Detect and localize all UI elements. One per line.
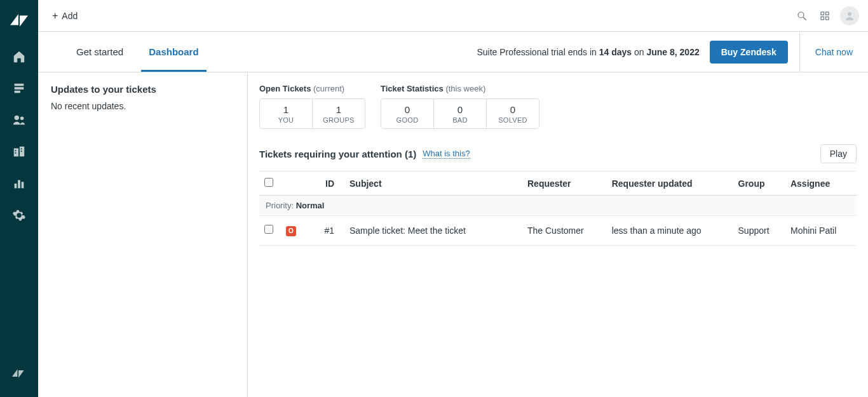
header-requester[interactable]: Requester [522, 172, 607, 196]
ticket-statistics-group: Ticket Statistics (this week) 0 GOOD 0 B… [381, 84, 539, 129]
stat-label: BAD [452, 116, 468, 124]
svg-line-19 [803, 17, 806, 20]
svg-point-6 [20, 117, 24, 121]
trial-prefix: Suite Professional trial ends in [477, 47, 599, 57]
nav-admin-icon[interactable] [0, 199, 38, 231]
stat-solved[interactable]: 0 SOLVED [486, 98, 539, 129]
select-all-checkbox[interactable] [264, 178, 273, 187]
tab-dashboard[interactable]: Dashboard [149, 32, 198, 72]
play-button[interactable]: Play [820, 144, 857, 163]
header-id[interactable]: ID [306, 172, 344, 196]
cell-subject: Sample ticket: Meet the ticket [344, 216, 522, 246]
stat-groups[interactable]: 1 GROUPS [312, 98, 365, 129]
header-subject[interactable]: Subject [344, 172, 522, 196]
svg-rect-2 [15, 84, 24, 86]
topbar: + Add [38, 0, 868, 32]
stats-label-strong: Ticket Statistics [381, 84, 444, 93]
tabs: Get started Dashboard [76, 32, 199, 72]
stat-value: 0 [405, 104, 410, 115]
stats-label-suffix: (this week) [445, 84, 485, 93]
zendesk-logo-icon[interactable] [10, 11, 28, 29]
dashboard-panel: Open Tickets (current) 1 YOU 1 GROUPS [248, 72, 868, 397]
table-header-row: ID Subject Requester Requester updated G… [259, 172, 857, 196]
nav-views-icon[interactable] [0, 72, 38, 104]
open-tickets-label: Open Tickets (current) [259, 84, 365, 93]
svg-rect-22 [821, 17, 824, 20]
stat-label: SOLVED [498, 116, 527, 124]
header-assignee[interactable]: Assignee [785, 172, 857, 196]
stats-label-strong: Open Tickets [259, 84, 311, 93]
svg-marker-1 [20, 15, 28, 26]
stat-value: 0 [458, 104, 463, 115]
ticket-stats-boxes: 0 GOOD 0 BAD 0 SOLVED [381, 98, 539, 129]
svg-rect-9 [15, 150, 17, 151]
cell-id: #1 [306, 216, 344, 246]
header-group[interactable]: Group [733, 172, 785, 196]
svg-marker-0 [10, 14, 18, 25]
svg-rect-8 [20, 147, 24, 157]
trial-mid: on [632, 47, 646, 57]
stat-label: YOU [278, 116, 294, 124]
svg-rect-11 [21, 149, 22, 150]
stat-good[interactable]: 0 GOOD [381, 98, 434, 129]
user-avatar[interactable] [840, 6, 859, 25]
svg-rect-14 [18, 180, 20, 189]
svg-marker-16 [12, 369, 17, 377]
stats-label-suffix: (current) [313, 84, 344, 93]
svg-rect-13 [15, 184, 17, 188]
trial-date: June 8, 2022 [646, 47, 699, 57]
svg-rect-23 [826, 17, 829, 20]
tab-label: Get started [76, 46, 123, 57]
svg-rect-12 [21, 151, 22, 152]
cell-assignee: Mohini Patil [785, 216, 857, 246]
open-tickets-group: Open Tickets (current) 1 YOU 1 GROUPS [259, 84, 365, 129]
add-button[interactable]: + Add [47, 7, 83, 25]
table-row[interactable]: O #1 Sample ticket: Meet the ticket The … [259, 216, 857, 246]
stats-row: Open Tickets (current) 1 YOU 1 GROUPS [259, 84, 857, 129]
chat-now-link[interactable]: Chat now [799, 32, 868, 72]
nav-reporting-icon[interactable] [0, 168, 38, 199]
svg-rect-10 [15, 152, 17, 154]
main-column: + Add Get started Dashboard Suite Profes… [38, 0, 868, 397]
cell-group: Support [733, 216, 785, 246]
plus-icon: + [52, 11, 58, 21]
header-status [281, 172, 306, 196]
row-checkbox[interactable] [264, 225, 273, 234]
stat-value: 1 [336, 104, 341, 115]
stat-label: GROUPS [323, 116, 354, 124]
stat-bad[interactable]: 0 BAD [433, 98, 487, 129]
stat-label: GOOD [397, 116, 419, 124]
apps-grid-icon[interactable] [813, 4, 836, 27]
nav-zendesk-products-icon[interactable] [0, 358, 38, 389]
svg-rect-15 [22, 182, 24, 188]
svg-rect-3 [15, 87, 24, 90]
updates-empty-text: No recent updates. [51, 101, 234, 111]
svg-point-18 [798, 12, 804, 18]
updates-title: Updates to your tickets [51, 84, 234, 95]
attention-title: Tickets requiring your attention (1) [259, 149, 416, 159]
svg-rect-21 [826, 12, 829, 15]
what-is-this-link[interactable]: What is this? [423, 149, 470, 159]
priority-row: Priority: Normal [259, 196, 857, 216]
buy-zendesk-button[interactable]: Buy Zendesk [710, 41, 788, 64]
left-nav [0, 0, 38, 397]
stat-you[interactable]: 1 YOU [259, 98, 313, 129]
svg-rect-4 [15, 91, 20, 93]
nav-home-icon[interactable] [0, 41, 38, 72]
priority-value: Normal [296, 201, 325, 210]
cell-requester: The Customer [522, 216, 607, 246]
attention-row: Tickets requiring your attention (1) Wha… [259, 144, 857, 163]
stat-value: 1 [283, 104, 288, 115]
status-badge: O [286, 226, 296, 236]
header-requester-updated[interactable]: Requester updated [607, 172, 733, 196]
nav-organizations-icon[interactable] [0, 136, 38, 168]
priority-label: Priority: [266, 201, 296, 210]
updates-panel: Updates to your tickets No recent update… [38, 72, 248, 397]
nav-customers-icon[interactable] [0, 104, 38, 136]
tab-get-started[interactable]: Get started [76, 32, 123, 72]
search-icon[interactable] [790, 4, 813, 27]
subheader: Get started Dashboard Suite Professional… [38, 32, 868, 72]
stat-value: 0 [510, 104, 515, 115]
header-checkbox [259, 172, 281, 196]
tab-label: Dashboard [149, 46, 198, 57]
